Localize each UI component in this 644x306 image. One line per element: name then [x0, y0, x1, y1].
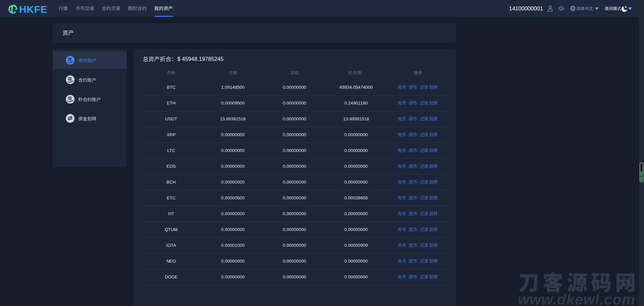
svg-text:($): ($)	[357, 71, 362, 75]
svg-text:HKFE: HKFE	[19, 4, 47, 15]
